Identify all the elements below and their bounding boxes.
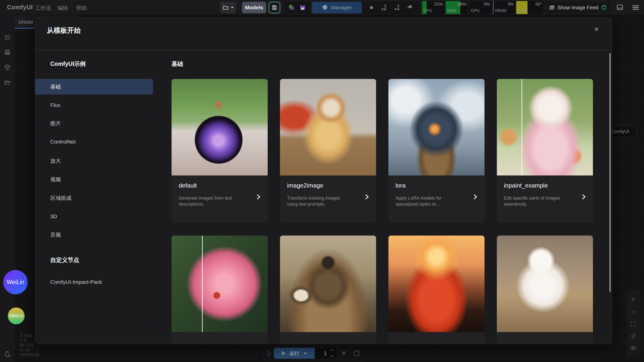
template-modal: 从模板开始 × ComfyUI示例 基础 Flux 图片 ControlNet … [35, 17, 612, 344]
run-control-bar: 运行 1 ✕ [263, 346, 367, 360]
menu-icon[interactable] [631, 3, 640, 12]
stop-icon[interactable] [354, 351, 359, 356]
template-thumbnail-mountain-diorama [388, 79, 485, 175]
template-description: Apply LoRA models for specialized styles… [395, 195, 459, 207]
gallery-icon[interactable] [288, 4, 295, 11]
gpu-monitor: GPU 0% [469, 1, 492, 14]
manager-button-label: Manager [331, 5, 352, 11]
sidebar-item-controlnet[interactable]: ControlNet [35, 134, 153, 150]
template-title: inpaint_example [504, 182, 568, 189]
moon-icon[interactable] [4, 350, 11, 357]
vacuum-icon[interactable] [381, 4, 387, 11]
template-title: lora [395, 182, 459, 189]
chevron-right-icon[interactable] [255, 194, 262, 200]
template-card-row2-4[interactable] [497, 236, 593, 344]
template-card-row2-2[interactable] [280, 236, 376, 344]
bottom-panel-icon[interactable] [616, 3, 624, 11]
template-card-row-1: default Generate images from text descri… [172, 79, 593, 223]
modal-scrollbar[interactable] [610, 53, 611, 292]
zoom-out-icon[interactable]: − [631, 308, 635, 315]
sidebar-item-upscale[interactable]: 放大 [35, 153, 153, 169]
save-icon [271, 5, 277, 11]
sidebar-item-3d[interactable]: 3D [35, 209, 153, 224]
show-image-feed-button[interactable]: Show Image Feed [545, 2, 610, 13]
sidebar-heading-custom-nodes: 自定义节点 [50, 256, 79, 264]
ram-monitor: RAM 66% [446, 1, 468, 14]
dropdown-caret-icon [231, 6, 234, 9]
top-menubar: ComfyUI 工作流 编辑 帮助 Models Manager ★ [0, 0, 644, 15]
share-icon[interactable] [407, 4, 413, 11]
temp-monitor: Temp 50° [516, 1, 543, 14]
stepper-up-icon[interactable] [330, 349, 334, 352]
star-icon[interactable]: ★ [369, 4, 374, 11]
stat-v: V: 14 [20, 348, 39, 352]
sidebar-item-area-composition[interactable]: 区域组成 [35, 190, 153, 206]
node-library-cube-icon[interactable] [4, 64, 11, 71]
manager-button[interactable]: Manager [312, 2, 362, 13]
menu-edit[interactable]: 编辑 [57, 5, 68, 12]
sidebar-item-video[interactable]: 视频 [35, 172, 153, 187]
content-heading: 基础 [172, 60, 183, 68]
sidebar-item-image[interactable]: 图片 [35, 116, 153, 131]
template-description: Transform existing images using text pro… [287, 195, 351, 207]
eye-icon[interactable] [630, 345, 636, 351]
modal-title: 从模板开始 [47, 26, 81, 35]
weilin-avatar-small[interactable]: WeiLin [8, 307, 25, 324]
batch-count-input[interactable]: 1 [315, 348, 336, 359]
save-workflow-button[interactable] [269, 2, 280, 13]
show-image-feed-label: Show Image Feed [557, 5, 598, 11]
sidebar-item-flux[interactable]: Flux [35, 97, 153, 113]
comfyui-logo: ComfyUI [7, 4, 33, 11]
vram-monitor-fill [493, 1, 494, 14]
batch-count-value: 1 [324, 350, 327, 356]
template-card-row-2 [172, 236, 593, 344]
cancel-icon[interactable]: ✕ [341, 350, 346, 357]
chevron-right-icon[interactable] [472, 194, 478, 200]
template-thumbnail-tomato-farmers [388, 236, 485, 332]
chevron-right-icon[interactable] [580, 194, 587, 200]
batch-steppers[interactable] [330, 349, 334, 358]
template-card-lora[interactable]: lora Apply LoRA models for specialized s… [388, 79, 485, 223]
models-button[interactable]: Models [242, 2, 266, 13]
vacuum-icon-2[interactable] [394, 4, 400, 11]
floppy-icon[interactable] [299, 4, 306, 11]
template-description: Edit specific parts of images seamlessly… [504, 195, 568, 207]
workflow-folder-button[interactable] [220, 2, 236, 13]
stepper-down-icon[interactable] [330, 355, 334, 358]
drag-handle[interactable] [267, 350, 270, 356]
fit-view-icon[interactable] [630, 321, 636, 327]
menu-workflow[interactable]: 工作流 [35, 5, 51, 12]
history-icon[interactable] [4, 34, 11, 41]
custom-icon-group [284, 1, 310, 14]
template-card-row2-1[interactable] [172, 236, 268, 344]
puzzle-icon [322, 5, 328, 11]
cursor-icon[interactable] [630, 333, 636, 339]
sidebar-item-audio[interactable]: 音频 [35, 227, 153, 243]
template-thumbnail-calico-kitten [280, 79, 376, 175]
menu-help[interactable]: 帮助 [76, 5, 87, 12]
template-card-default[interactable]: default Generate images from text descri… [172, 79, 268, 223]
run-button-label: 运行 [289, 350, 299, 357]
chevron-right-icon[interactable] [364, 194, 370, 200]
template-description: Generate images from text descriptions. [179, 195, 243, 207]
template-card-image2image[interactable]: image2image Transform existing images us… [280, 79, 376, 223]
template-thumbnail-galaxy-potion [172, 79, 268, 175]
template-title: image2image [287, 182, 351, 189]
template-card-row2-3[interactable] [388, 236, 485, 344]
template-thumbnail-kitten-teacup [497, 79, 593, 175]
run-button[interactable]: 运行 [274, 348, 315, 359]
template-card-inpaint-example[interactable]: inpaint_example Edit specific parts of i… [497, 79, 593, 223]
zoom-in-icon[interactable]: + [631, 296, 635, 303]
stat-nodes: N: 7 [7] [20, 343, 39, 348]
template-thumbnail-papercraft-cat [497, 236, 593, 332]
sidebar-item-basics[interactable]: 基础 [35, 79, 153, 95]
sidebar-item-impact-pack[interactable]: ComfyUI-Impact-Pack [35, 274, 153, 290]
template-title: default [179, 182, 243, 189]
open-folder-icon[interactable] [4, 79, 11, 86]
refresh-icon [601, 5, 607, 11]
weilin-avatar-large[interactable]: WeiLin [3, 270, 28, 294]
canvas-tool-panel: + − [626, 290, 640, 357]
cpu-monitor: CPU 21% [422, 1, 444, 14]
close-icon[interactable]: × [594, 25, 599, 33]
log-icon[interactable] [4, 49, 11, 56]
